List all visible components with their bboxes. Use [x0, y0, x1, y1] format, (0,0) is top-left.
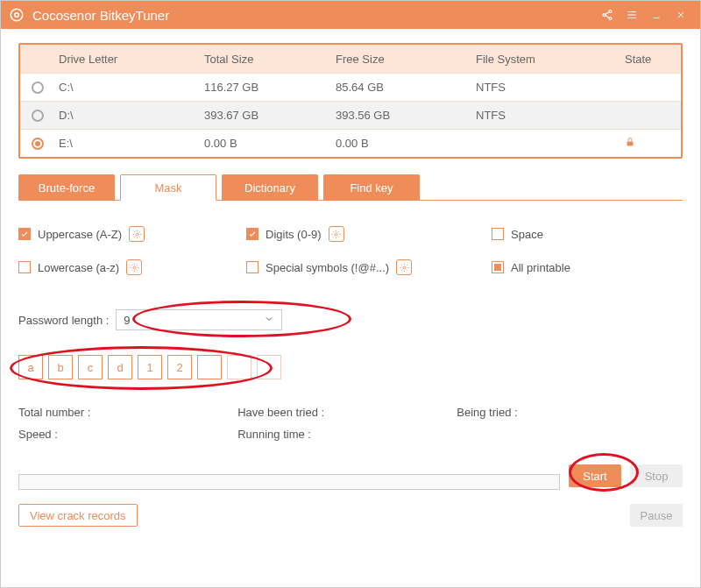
app-title: Cocosenor BitkeyTuner: [32, 8, 595, 23]
minimize-icon[interactable]: [644, 3, 669, 27]
stat-tried: Have been tried :: [237, 406, 457, 419]
col-free: Free Size: [336, 53, 476, 66]
view-records-button[interactable]: View crack records: [18, 504, 138, 527]
col-state: State: [625, 53, 681, 66]
lowercase-label: Lowercase (a-z): [38, 261, 119, 274]
col-total: Total Size: [204, 53, 336, 66]
symbols-gear-icon[interactable]: [396, 259, 412, 275]
lock-icon: [625, 138, 635, 151]
mask-char-box[interactable]: c: [78, 355, 103, 379]
uppercase-gear-icon[interactable]: [129, 226, 145, 242]
symbols-label: Special symbols (!@#...): [266, 261, 389, 274]
drive-row[interactable]: E:\ 0.00 B 0.00 B: [20, 129, 681, 157]
stat-runtime: Running time :: [237, 428, 457, 441]
svg-point-8: [133, 266, 136, 269]
tab-dictionary[interactable]: Dictionary: [222, 174, 318, 201]
app-logo-icon: [8, 6, 25, 24]
mask-char-box[interactable]: [227, 355, 251, 379]
uppercase-checkbox[interactable]: [18, 228, 31, 240]
chevron-down-icon: [264, 314, 274, 327]
tab-brute-force[interactable]: Brute-force: [18, 174, 115, 201]
progress-bar: [18, 474, 560, 490]
password-length-select[interactable]: 9: [116, 309, 282, 330]
drive-radio-selected[interactable]: [32, 138, 44, 150]
method-tabs: Brute-force Mask Dictionary Find key: [18, 174, 683, 201]
col-drive: Drive Letter: [55, 53, 204, 66]
space-label: Space: [511, 228, 543, 241]
svg-point-0: [11, 9, 23, 21]
digits-label: Digits (0-9): [266, 228, 322, 241]
password-length-value: 9: [124, 314, 130, 327]
svg-rect-5: [627, 142, 634, 146]
space-checkbox[interactable]: [492, 228, 504, 240]
mask-char-box[interactable]: [197, 355, 222, 379]
uppercase-label: Uppercase (A-Z): [38, 228, 122, 241]
drive-table-header: Drive Letter Total Size Free Size File S…: [20, 45, 681, 73]
svg-point-1: [15, 13, 19, 18]
close-icon[interactable]: [669, 3, 693, 27]
pause-button[interactable]: Pause: [630, 504, 683, 527]
menu-icon[interactable]: [620, 3, 644, 27]
stop-button[interactable]: Stop: [630, 464, 683, 487]
drive-radio[interactable]: [32, 110, 44, 122]
digits-checkbox[interactable]: [246, 228, 258, 240]
svg-point-9: [403, 266, 406, 269]
mask-char-box[interactable]: 2: [167, 355, 192, 379]
charset-options: Uppercase (A-Z) Digits (0-9) Space Lower…: [18, 215, 683, 292]
tab-mask[interactable]: Mask: [120, 174, 216, 201]
mask-char-box[interactable]: a: [18, 355, 43, 379]
mask-input-boxes: a b c d 1 2: [18, 355, 683, 379]
mask-char-box[interactable]: 1: [138, 355, 162, 379]
stat-speed: Speed :: [18, 428, 237, 441]
stat-being: Being tried :: [457, 406, 676, 419]
digits-gear-icon[interactable]: [329, 226, 344, 242]
lowercase-checkbox[interactable]: [18, 261, 31, 273]
printable-checkbox[interactable]: [492, 261, 504, 273]
mask-char-box[interactable]: [257, 355, 281, 379]
password-length-label: Password length :: [18, 314, 109, 327]
drive-row[interactable]: D:\ 393.67 GB 393.56 GB NTFS: [20, 101, 681, 129]
stat-total: Total number :: [18, 406, 237, 419]
mask-char-box[interactable]: d: [108, 355, 132, 379]
lowercase-gear-icon[interactable]: [126, 259, 142, 275]
start-button[interactable]: Start: [569, 464, 621, 487]
svg-point-6: [136, 233, 138, 236]
tab-find-key[interactable]: Find key: [323, 174, 420, 201]
svg-point-7: [335, 233, 337, 236]
stats-panel: Total number : Have been tried : Being t…: [18, 406, 683, 450]
mask-char-box[interactable]: b: [48, 355, 73, 379]
col-fs: File System: [476, 53, 625, 66]
symbols-checkbox[interactable]: [246, 261, 258, 273]
drive-radio[interactable]: [32, 81, 44, 94]
printable-label: All printable: [511, 261, 570, 274]
share-icon[interactable]: [595, 3, 620, 27]
titlebar: Cocosenor BitkeyTuner: [1, 1, 700, 29]
drive-table: Drive Letter Total Size Free Size File S…: [18, 43, 683, 159]
drive-row[interactable]: C:\ 116.27 GB 85.64 GB NTFS: [20, 73, 681, 101]
